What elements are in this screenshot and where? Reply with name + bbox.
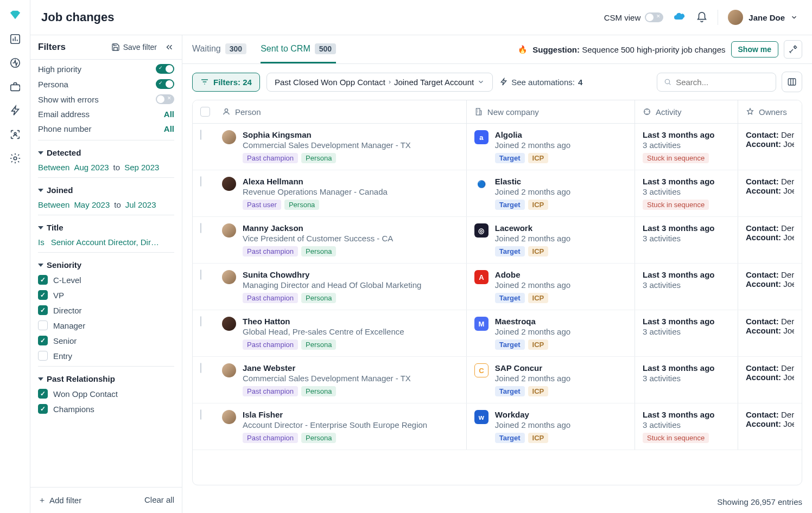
csm-view-toggle[interactable]: CSM view ✕ — [604, 12, 664, 22]
dashboard-icon[interactable] — [9, 33, 22, 46]
checkbox-row[interactable]: Champions — [38, 404, 174, 414]
tools-button[interactable] — [784, 40, 802, 59]
activity-count: 3 activities — [643, 420, 730, 429]
table-row[interactable]: Sunita Chowdhry Managing Director and He… — [193, 264, 802, 310]
checkbox[interactable] — [38, 275, 48, 285]
search-input-wrap[interactable] — [657, 73, 776, 92]
bolt-icon[interactable] — [9, 104, 22, 117]
collapse-panel-icon[interactable] — [164, 42, 174, 52]
owner-contact: Contact: Derek — [746, 130, 794, 139]
row-checkbox[interactable] — [200, 270, 201, 280]
filter-section-label: Detected — [47, 148, 81, 157]
svg-point-4 — [14, 157, 17, 160]
entries-count: Showing 26,957 entries — [182, 492, 812, 513]
checkbox[interactable] — [38, 336, 48, 345]
bell-icon[interactable] — [696, 11, 708, 23]
table-row[interactable]: Manny Jackson Vice President of Customer… — [193, 217, 802, 264]
activity-when: Last 3 months ago — [643, 177, 730, 186]
checkbox[interactable] — [38, 305, 48, 315]
add-filter-button[interactable]: ＋ Add filter — [38, 495, 81, 505]
checkbox[interactable] — [38, 351, 48, 361]
user-name: Jane Doe — [748, 13, 785, 22]
checkbox-row[interactable]: Senior — [38, 336, 174, 345]
filters-count-button[interactable]: Filters: 24 — [192, 73, 260, 92]
row-checkbox[interactable] — [200, 363, 201, 373]
person-name: Sunita Chowdhry — [243, 270, 459, 279]
activity-icon[interactable] — [9, 56, 22, 69]
checkbox[interactable] — [38, 320, 48, 330]
row-checkbox[interactable] — [200, 409, 201, 420]
checkbox-row[interactable]: Manager — [38, 320, 174, 330]
toggle[interactable]: ✓ — [156, 79, 174, 89]
operator-label[interactable]: Is — [38, 238, 45, 247]
user-menu[interactable]: Jane Doe — [728, 10, 798, 25]
quick-filter-all[interactable]: All — [164, 124, 174, 133]
checkbox-row[interactable]: C-Level — [38, 275, 174, 285]
scan-icon[interactable] — [9, 128, 22, 141]
checkbox[interactable] — [38, 404, 48, 414]
row-checkbox[interactable] — [200, 316, 201, 326]
show-me-button[interactable]: Show me — [731, 41, 778, 57]
filter-title-value[interactable]: Senior Account Director, Direc... — [51, 238, 160, 247]
activity-count: 3 activities — [643, 187, 730, 196]
date-to[interactable]: Sep 2023 — [124, 163, 159, 172]
col-header-company[interactable]: New company — [466, 100, 635, 123]
table-row[interactable]: Theo Hatton Global Head, Pre-sales Centr… — [193, 310, 802, 357]
gem-icon[interactable] — [9, 9, 22, 22]
checkbox-row[interactable]: Director — [38, 305, 174, 315]
gear-icon[interactable] — [9, 152, 22, 165]
toggle-icon[interactable]: ✕ — [645, 12, 663, 22]
checkbox-row[interactable]: VP — [38, 290, 174, 300]
filter-section-detected-header[interactable]: Detected — [38, 148, 174, 157]
between-label[interactable]: Between — [38, 200, 69, 209]
target-tag: Target — [495, 200, 525, 210]
columns-button[interactable] — [782, 72, 802, 92]
divider — [718, 10, 718, 25]
person-name: Theo Hatton — [243, 317, 459, 326]
filter-section-pastrel-header[interactable]: Past Relationship — [38, 374, 174, 383]
toggle[interactable]: ✓ — [156, 64, 174, 74]
checkbox[interactable] — [38, 389, 48, 399]
toggle[interactable]: ✕ — [156, 94, 174, 104]
row-checkbox[interactable] — [200, 223, 201, 233]
row-checkbox[interactable] — [200, 176, 201, 187]
clear-all-button[interactable]: Clear all — [144, 495, 174, 505]
company-joined: Joined 2 months ago — [495, 187, 570, 196]
between-label[interactable]: Between — [38, 163, 69, 172]
table-row[interactable]: Isla Fisher Account Director - Enterpris… — [193, 403, 802, 450]
col-header-activity[interactable]: Activity — [635, 100, 738, 123]
select-all-checkbox[interactable] — [200, 107, 210, 117]
icp-tag: ICP — [528, 339, 549, 350]
segment-breadcrumb[interactable]: Past Closed Won Opp Contact › Joined Tar… — [267, 73, 493, 92]
briefcase-plus-icon[interactable] — [9, 80, 22, 93]
person-title: Vice President of Customer Success - CA — [243, 234, 459, 243]
row-checkbox[interactable] — [200, 130, 201, 140]
checkbox-row[interactable]: Won Opp Contact — [38, 389, 174, 399]
persona-tag: Past champion — [243, 386, 298, 396]
filter-section-seniority-header[interactable]: Seniority — [38, 260, 174, 270]
filter-section-title-header[interactable]: Title — [38, 223, 174, 232]
tab[interactable]: Waiting300 — [192, 35, 246, 63]
checkbox-row[interactable]: Entry — [38, 351, 174, 361]
col-header-person[interactable]: Person — [214, 100, 466, 123]
col-header-owners[interactable]: Owners — [738, 100, 802, 123]
save-filter-button[interactable]: Save filter — [111, 43, 157, 52]
date-from[interactable]: May 2023 — [74, 200, 110, 209]
quick-filter-row: Phone numberAll — [38, 124, 174, 133]
date-to[interactable]: Jul 2023 — [125, 200, 156, 209]
quick-filter-all[interactable]: All — [164, 110, 174, 119]
salesforce-icon[interactable] — [673, 11, 686, 24]
checkbox[interactable] — [38, 290, 48, 300]
filter-section-title: Title Is Senior Account Director, Direc.… — [38, 215, 174, 253]
company-logo: A — [474, 270, 489, 284]
table-row[interactable]: Jane Webster Commercial Sales Developmen… — [193, 357, 802, 403]
tab[interactable]: Sent to CRM500 — [261, 35, 336, 63]
date-from[interactable]: Aug 2023 — [74, 163, 109, 172]
table-row[interactable]: Alexa Hellmann Revenue Operations Manage… — [193, 170, 802, 217]
see-automations-link[interactable]: See automations: 4 — [499, 78, 582, 87]
table-row[interactable]: Sophia Kingsman Commercial Sales Develop… — [193, 124, 802, 170]
search-input[interactable] — [676, 78, 769, 87]
col-header-label: New company — [487, 107, 539, 117]
person-title: Commercial Sales Development Manager - T… — [243, 374, 459, 383]
filter-section-joined-header[interactable]: Joined — [38, 185, 174, 195]
